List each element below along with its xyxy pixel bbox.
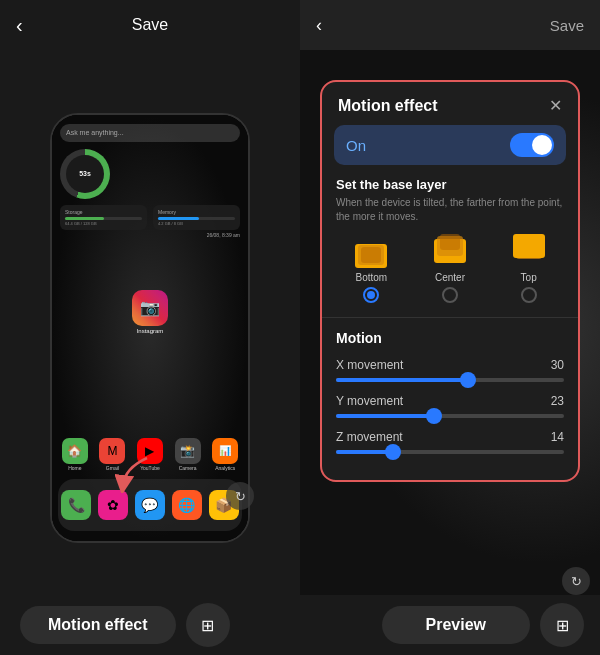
z-movement-track[interactable]	[336, 450, 564, 454]
z-movement-header: Z movement 14	[336, 430, 564, 444]
y-movement-label: Y movement	[336, 394, 403, 408]
storage-value: 64.4 GB / 128 GB	[65, 221, 142, 226]
motion-effect-panel: Motion effect ✕ On Set the base layer Wh…	[320, 80, 580, 482]
base-layer-title: Set the base layer	[322, 177, 578, 196]
back-button-right[interactable]: ‹	[316, 15, 322, 36]
bottom-bar: Motion effect ⊞ Preview ⊞	[0, 595, 600, 655]
x-movement-track[interactable]	[336, 378, 564, 382]
layer-options: Bottom Center	[322, 234, 578, 315]
dock-browser: 🌐	[172, 490, 202, 520]
left-panel: Ask me anything... 53s Storage	[0, 50, 300, 605]
center-layer-label: Center	[430, 272, 470, 283]
x-movement-slider-row: X movement 30	[336, 358, 564, 382]
main-area: Ask me anything... 53s Storage	[0, 50, 600, 605]
layer-option-bottom[interactable]: Bottom	[351, 234, 391, 303]
x-movement-thumb[interactable]	[460, 372, 476, 388]
motion-section: Motion X movement 30 Y movement	[322, 330, 578, 480]
z-movement-value: 14	[551, 430, 564, 444]
image-edit-icon-right: ⊞	[556, 616, 569, 635]
y-movement-fill	[336, 414, 434, 418]
x-movement-value: 30	[551, 358, 564, 372]
layer-option-center[interactable]: Center	[430, 234, 470, 303]
bottom-layer-icon	[351, 234, 391, 268]
search-bar[interactable]: Ask me anything...	[60, 124, 240, 142]
storage-label: Storage	[65, 209, 142, 215]
header-title-left: Save	[132, 16, 168, 34]
z-movement-label: Z movement	[336, 430, 403, 444]
dock-phone: 📞	[61, 490, 91, 520]
motion-effect-button[interactable]: Motion effect	[20, 606, 176, 644]
y-movement-slider-row: Y movement 23	[336, 394, 564, 418]
toggle-label: On	[346, 137, 366, 154]
instagram-label: Instagram	[132, 328, 168, 334]
app-icon-analytics: 📊 Analytics	[211, 438, 239, 471]
memory-label: Memory	[158, 209, 235, 215]
instagram-icon: 📷	[132, 290, 168, 326]
refresh-icon-left[interactable]: ↻	[226, 482, 254, 510]
top-layer-label: Top	[509, 272, 549, 283]
bottom-layer-label: Bottom	[351, 272, 391, 283]
back-button-left[interactable]: ‹	[16, 14, 23, 37]
memory-value: 4.2 GB / 8 GB	[158, 221, 235, 226]
toggle-switch[interactable]	[510, 133, 554, 157]
refresh-icon-right[interactable]: ↻	[562, 567, 590, 595]
y-movement-header: Y movement 23	[336, 394, 564, 408]
storage-bar	[65, 217, 142, 220]
clock-time: 53s	[66, 155, 104, 193]
storage-row: Storage 64.4 GB / 128 GB Memory 4.2 GB	[60, 205, 240, 230]
toggle-row[interactable]: On	[334, 125, 566, 165]
phone-status-bar: Ask me anything...	[60, 123, 240, 143]
layer-option-top[interactable]: Top	[509, 234, 549, 303]
phone-widgets: 53s Storage 64.4 GB / 128 GB Memory	[60, 149, 240, 238]
z-movement-thumb[interactable]	[385, 444, 401, 460]
center-layer-icon	[430, 234, 470, 268]
motion-section-title: Motion	[336, 330, 564, 346]
save-button-right[interactable]: Save	[550, 17, 584, 34]
app-icon-home: 🏠 Home	[61, 438, 89, 471]
x-movement-label: X movement	[336, 358, 403, 372]
x-movement-fill	[336, 378, 468, 382]
motion-panel-header: Motion effect ✕	[322, 82, 578, 125]
top-radio[interactable]	[521, 287, 537, 303]
storage-card: Storage 64.4 GB / 128 GB	[60, 205, 147, 230]
bottom-radio[interactable]	[363, 287, 379, 303]
header-left: ‹ Save	[0, 0, 300, 50]
preview-button[interactable]: Preview	[382, 606, 530, 644]
toggle-knob	[532, 135, 552, 155]
memory-bar	[158, 217, 235, 220]
memory-fill	[158, 217, 199, 220]
bottom-radio-inner	[367, 291, 375, 299]
storage-fill	[65, 217, 104, 220]
divider	[322, 317, 578, 318]
y-movement-track[interactable]	[336, 414, 564, 418]
motion-panel-title: Motion effect	[338, 97, 438, 115]
base-layer-description: When the device is tilted, the farther f…	[322, 196, 578, 234]
y-movement-thumb[interactable]	[426, 408, 442, 424]
image-edit-button-left[interactable]: ⊞	[186, 603, 230, 647]
timestamp: 26/08, 8:39 am	[60, 232, 240, 238]
clock-widget: 53s	[60, 149, 110, 199]
header-right: ‹ Save	[300, 0, 600, 50]
arrow-overlay	[115, 453, 155, 497]
image-edit-icon-left: ⊞	[201, 616, 214, 635]
center-radio[interactable]	[442, 287, 458, 303]
memory-card: Memory 4.2 GB / 8 GB	[153, 205, 240, 230]
y-movement-value: 23	[551, 394, 564, 408]
close-button[interactable]: ✕	[549, 96, 562, 115]
search-placeholder: Ask me anything...	[66, 129, 124, 136]
z-movement-slider-row: Z movement 14	[336, 430, 564, 454]
instagram-area: 📷 Instagram	[132, 290, 168, 334]
x-movement-header: X movement 30	[336, 358, 564, 372]
top-layer-icon	[509, 234, 549, 268]
app-icon-camera: 📸 Camera	[174, 438, 202, 471]
right-panel: Motion effect ✕ On Set the base layer Wh…	[300, 50, 600, 605]
image-edit-button-right[interactable]: ⊞	[540, 603, 584, 647]
